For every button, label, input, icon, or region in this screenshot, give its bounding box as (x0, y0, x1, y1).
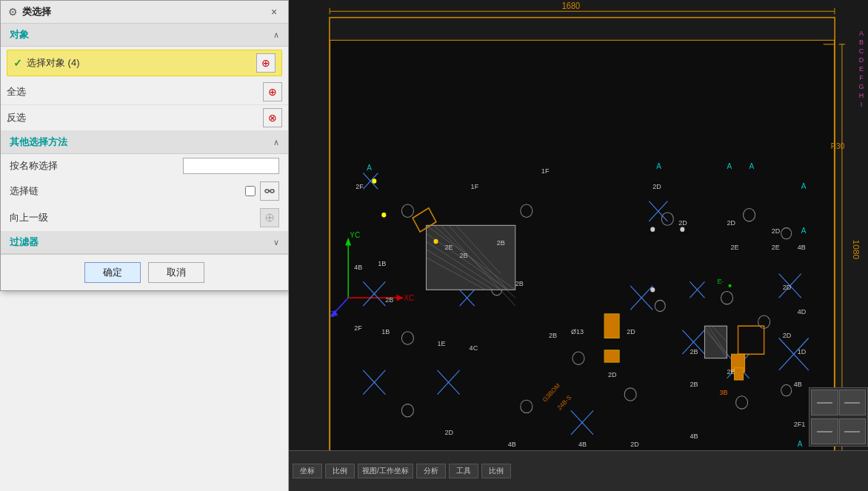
thumb-row-1 (809, 388, 867, 417)
svg-text:2F: 2F (354, 323, 362, 331)
svg-text:2D: 2D (608, 370, 617, 378)
svg-text:2D: 2D (783, 283, 792, 291)
dialog-footer: 确定 取消 (1, 254, 288, 290)
up-one-level-row: 向上一级 (1, 204, 288, 231)
svg-text:1680: 1680 (562, 1, 581, 10)
svg-text:3B: 3B (719, 387, 727, 395)
svg-text:2F1: 2F1 (794, 420, 806, 428)
object-section-header[interactable]: 对象 ∧ (1, 24, 288, 47)
status-cell-3: 视图/工作坐标 (358, 464, 413, 478)
svg-point-6 (269, 217, 271, 219)
svg-point-141 (434, 239, 438, 244)
svg-text:2E: 2E (727, 367, 735, 375)
thumb-cell-1 (811, 390, 838, 415)
svg-text:1F: 1F (541, 166, 550, 174)
cad-viewport[interactable]: 1680 1080 R30 XC YC Z (289, 0, 868, 491)
right-label-g: G (855, 83, 868, 90)
svg-point-135 (729, 284, 732, 287)
svg-text:2B: 2B (690, 347, 698, 355)
svg-text:2D: 2D (627, 327, 635, 335)
svg-text:YC: YC (350, 230, 360, 238)
right-label-f: F (855, 74, 868, 81)
selection-chain-row: 选择链 (1, 178, 288, 204)
svg-rect-0 (265, 190, 269, 193)
select-all-button[interactable]: ⊕ (263, 82, 282, 101)
svg-text:1B: 1B (378, 258, 386, 267)
selected-item-left: ✓ 选择对象 (4) (13, 56, 80, 70)
svg-text:2D: 2D (727, 218, 736, 227)
select-all-row: 全选 ⊕ (1, 79, 288, 105)
status-cell-5: 工具 (449, 464, 478, 478)
cancel-button[interactable]: 取消 (148, 262, 204, 283)
left-panel: ⚙ 类选择 × 对象 ∧ ✓ 选择对象 (4) ⊕ 全选 ⊕ 反选 ⊗ (0, 0, 289, 491)
svg-text:2F: 2F (355, 182, 364, 190)
dialog-title: 类选择 (22, 5, 51, 19)
svg-rect-1 (270, 190, 274, 193)
thumbnail-area (809, 387, 868, 447)
right-label-h: H (855, 92, 868, 99)
svg-rect-9 (330, 18, 835, 40)
other-methods-section-header[interactable]: 其他选择方法 ∧ (1, 131, 288, 154)
svg-rect-87 (735, 368, 744, 380)
svg-point-146 (680, 227, 684, 233)
svg-point-143 (381, 213, 386, 218)
right-label-b: B (855, 39, 868, 46)
svg-text:2B: 2B (549, 331, 557, 339)
svg-text:2D: 2D (652, 182, 661, 190)
svg-text:Ø13: Ø13 (571, 327, 584, 335)
svg-text:2E: 2E (445, 243, 453, 251)
up-one-level-button[interactable] (260, 208, 279, 227)
thumb-cell-3 (811, 418, 838, 444)
other-methods-chevron: ∧ (273, 138, 279, 147)
status-cell-2: 比例 (325, 464, 355, 478)
right-label-i: I (855, 101, 868, 108)
thumb-row-2 (809, 417, 867, 446)
chain-icon-button[interactable] (260, 181, 279, 201)
filter-label: 过滤器 (10, 236, 39, 249)
object-chevron: ∧ (273, 30, 279, 40)
dialog-title-bar: ⚙ 类选择 × (1, 1, 288, 24)
svg-text:4B: 4B (578, 440, 587, 448)
by-name-row: 按名称选择 (1, 154, 288, 178)
class-selection-dialog: ⚙ 类选择 × 对象 ∧ ✓ 选择对象 (4) ⊕ 全选 ⊕ 反选 ⊗ (0, 0, 289, 291)
select-all-label: 全选 (7, 85, 26, 98)
svg-text:2D: 2D (772, 227, 781, 235)
filter-section-header[interactable]: 过滤器 ∨ (1, 231, 288, 254)
close-button[interactable]: × (267, 5, 281, 19)
svg-text:1B: 1B (381, 327, 390, 335)
svg-text:4B: 4B (690, 432, 698, 440)
svg-text:4C: 4C (470, 343, 478, 351)
svg-text:A: A (801, 227, 807, 235)
selection-chain-label: 选择链 (10, 184, 39, 198)
confirm-button[interactable]: 确定 (84, 262, 141, 283)
svg-text:4B: 4B (794, 379, 802, 387)
svg-text:A: A (727, 162, 732, 170)
selected-item-crosshair-button[interactable]: ⊕ (256, 53, 276, 73)
by-name-input[interactable] (183, 158, 279, 174)
up-one-level-label: 向上一级 (10, 211, 48, 224)
svg-text:2B: 2B (460, 250, 468, 258)
invert-selection-button[interactable]: ⊗ (263, 108, 282, 127)
svg-text:2E: 2E (772, 243, 780, 251)
selection-chain-checkbox[interactable] (245, 186, 256, 196)
svg-text:XC: XC (404, 294, 414, 302)
svg-point-144 (650, 227, 655, 233)
svg-text:A: A (750, 162, 755, 170)
right-label-c: C (855, 47, 868, 55)
cad-canvas: 1680 1080 R30 XC YC Z (289, 0, 868, 491)
svg-point-145 (650, 287, 655, 293)
svg-text:A: A (367, 164, 372, 172)
right-label-a: A (855, 30, 868, 37)
gear-icon: ⚙ (8, 6, 18, 18)
svg-text:E·: E· (717, 276, 724, 284)
invert-selection-row: 反选 ⊗ (1, 105, 288, 131)
svg-text:2D: 2D (783, 331, 792, 339)
svg-text:4D: 4D (798, 307, 807, 315)
thumb-cell-2 (839, 390, 867, 415)
status-cell-1: 坐标 (293, 464, 322, 478)
svg-rect-78 (604, 314, 619, 338)
right-labels-panel: A B C D E F G H I (855, 15, 868, 447)
svg-point-142 (372, 178, 376, 184)
svg-text:2B: 2B (497, 238, 505, 247)
svg-text:2B: 2B (690, 379, 698, 387)
